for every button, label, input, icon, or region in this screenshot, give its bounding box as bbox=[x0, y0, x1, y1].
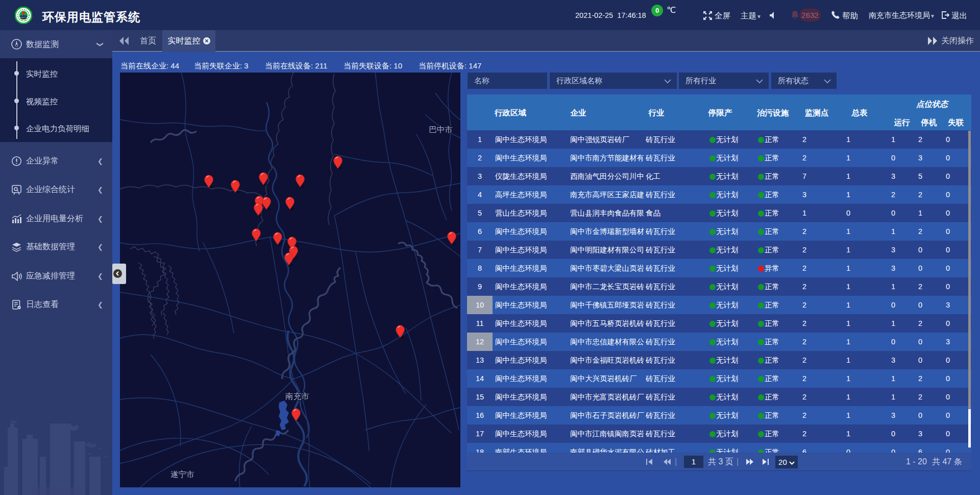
svg-text:巴中市: 巴中市 bbox=[429, 125, 453, 134]
svg-text:遂宁市: 遂宁市 bbox=[170, 470, 194, 479]
svg-text:南充市: 南充市 bbox=[285, 392, 309, 400]
